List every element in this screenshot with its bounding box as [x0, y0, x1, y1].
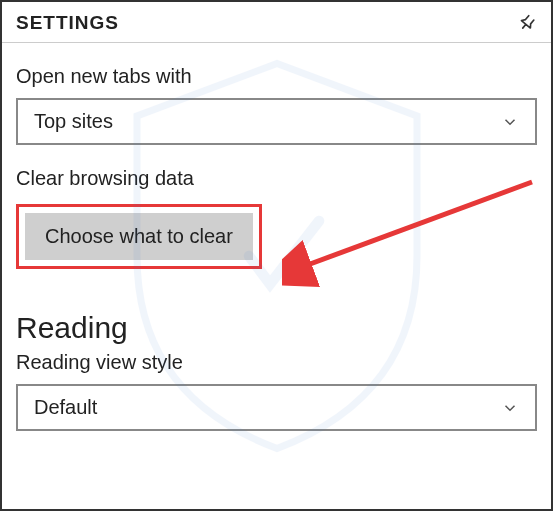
- clear-data-label: Clear browsing data: [16, 167, 537, 190]
- pin-icon[interactable]: [517, 13, 537, 33]
- reading-style-label: Reading view style: [16, 351, 537, 374]
- choose-clear-button[interactable]: Choose what to clear: [25, 213, 253, 260]
- chevron-down-icon: [501, 113, 519, 131]
- settings-header: SETTINGS: [2, 2, 551, 43]
- open-tabs-label: Open new tabs with: [16, 65, 537, 88]
- reading-style-selected: Default: [34, 396, 97, 419]
- open-tabs-selected: Top sites: [34, 110, 113, 133]
- open-tabs-dropdown[interactable]: Top sites: [16, 98, 537, 145]
- page-title: SETTINGS: [16, 12, 119, 34]
- reading-style-dropdown[interactable]: Default: [16, 384, 537, 431]
- chevron-down-icon: [501, 399, 519, 417]
- annotation-highlight: Choose what to clear: [16, 204, 262, 269]
- reading-heading: Reading: [16, 311, 537, 345]
